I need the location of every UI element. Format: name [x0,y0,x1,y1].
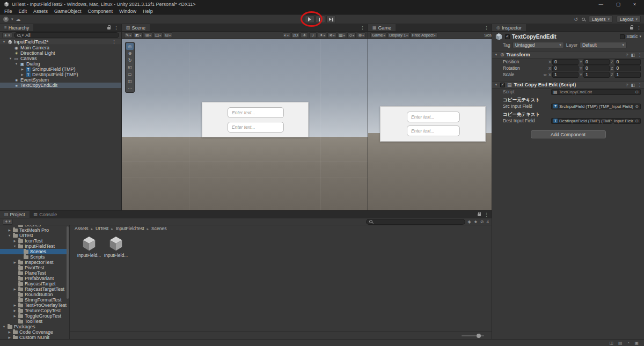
axis-value-field[interactable]: 1 [552,72,579,78]
layout-dropdown[interactable]: Layout ▾ [617,16,641,23]
help-icon[interactable]: ? [626,53,628,57]
expand-arrow-icon[interactable]: ▶ [13,309,17,312]
tab-game[interactable]: ▦ Game [368,24,396,31]
object-picker-icon[interactable]: ⊙ [635,119,639,123]
thumbnail-zoom-slider[interactable] [462,335,484,336]
expand-arrow-icon[interactable]: ▼ [2,40,6,43]
hierarchy-item[interactable]: Main Camera [0,45,121,50]
hierarchy-search-input[interactable] [25,33,116,38]
src-input-field[interactable]: Enter text... [407,112,460,122]
favorite-search-icon[interactable]: ★ [474,219,478,224]
link-scale-icon[interactable]: ∞ [543,72,547,77]
preset-icon[interactable]: ◧ [631,53,635,57]
asset-item[interactable]: InputField... [104,235,128,258]
maximize-icon[interactable]: ▢ [616,2,620,7]
scene-menu-icon[interactable]: ⋮ [112,39,116,45]
breadcrumb-item[interactable]: InputFieldTest [116,226,151,231]
expand-arrow-icon[interactable]: ▼ [13,245,17,248]
project-folder-row[interactable]: Scripts [0,254,69,260]
global-search-icon[interactable] [582,18,585,21]
project-folder-row[interactable]: ▶ TextureCopyTest [0,308,69,313]
project-search-input[interactable] [374,219,462,224]
panel-menu-icon[interactable]: ⋮ [114,25,119,31]
component-menu-icon[interactable]: ⋮ [638,53,642,57]
expand-arrow-icon[interactable]: ▶ [8,330,11,334]
scale-tool[interactable]: ◱ [126,64,134,71]
static-caret-icon[interactable]: ▾ [639,34,641,39]
breadcrumb-item[interactable]: Assets [75,226,96,231]
menu-item[interactable]: GameObject [51,9,85,14]
slider-thumb[interactable] [477,334,481,338]
expand-arrow-icon[interactable]: ▼ [8,234,11,237]
hierarchy-item[interactable]: TextCopyEndEdit [0,83,121,88]
expand-arrow-icon[interactable]: ▶ [13,239,17,242]
axis-value-field[interactable]: 0 [583,59,610,65]
project-folder-row[interactable]: ▶ InspectorTest [0,260,69,265]
game-mode-dropdown[interactable]: Game [370,32,386,38]
cloud-services-icon[interactable]: ☁ [16,17,21,22]
aspect-dropdown[interactable]: Free Aspect [411,32,437,38]
project-folder-row[interactable]: ▶ RaycastTargetTest [0,286,69,292]
view-tool[interactable]: ◎ [126,43,134,50]
lock-icon[interactable] [630,27,633,30]
expand-arrow-icon[interactable]: ▶ [13,261,17,264]
pivot-toggle-icon[interactable]: ◩ [134,32,143,38]
static-checkbox[interactable] [620,34,625,39]
tab-hierarchy[interactable]: ≡ Hierarchy [0,24,33,31]
project-folder-row[interactable]: StringFormatTest [0,297,69,303]
tab-project[interactable]: ▤ Project [0,211,30,218]
menu-item[interactable]: Edit [16,9,31,14]
transform-component-header[interactable]: ▼ ⊕ Transform ? ◧ ⋮ [492,51,644,58]
scene-header-row[interactable]: ▼ InputFieldTest2* ⋮ [0,39,121,45]
hierarchy-item[interactable]: EventSystem [0,77,121,83]
effects-toggle-icon[interactable]: ✦ [318,32,326,38]
gizmos-menu-button[interactable]: ⊚ [357,32,365,38]
code-coverage-icon[interactable]: ▤ [618,341,623,345]
rotate-tool[interactable]: ↻ [126,57,134,64]
expand-arrow-icon[interactable]: ▶ [20,68,24,71]
cache-server-icon[interactable]: ◫ [609,341,613,345]
src-object-field[interactable]: T SrcInputField (TMP) (TMP_Input Field) … [551,104,641,109]
grid-snap-icon[interactable]: ⊞ [144,32,152,38]
project-folder-row[interactable]: ▶ Custom NUnit [0,335,69,339]
rect-tool[interactable]: ▭ [126,71,134,78]
src-input-field[interactable]: Enter text... [228,107,284,118]
project-folder-row[interactable]: PivotTest [0,265,69,270]
project-folder-row[interactable]: ▶ TextProOverlayTest [0,303,69,308]
tag-dropdown[interactable]: Untagged ▾ [513,42,564,48]
account-icon[interactable] [3,17,9,22]
layers-dropdown[interactable]: Layers ▾ [589,16,613,23]
axis-value-field[interactable]: 0 [614,59,641,65]
audio-toggle-icon[interactable]: ♪ [309,32,317,38]
create-asset-button[interactable]: + ▾ [3,219,13,225]
project-folder-row[interactable]: ▶ IconTest [0,238,69,244]
expand-arrow-icon[interactable]: ▼ [2,325,6,328]
tree-scrollbar[interactable] [67,226,69,299]
project-folder-row[interactable]: PlaneTest [0,270,69,276]
tool-settings-icon[interactable]: ✎ [124,32,133,38]
hierarchy-item[interactable]: Directional Light [0,50,121,56]
breadcrumb-item[interactable]: UITest [96,226,116,231]
tab-scene[interactable]: ▧ Scene [122,24,150,31]
axis-value-field[interactable]: 0 [583,65,610,71]
snap-settings-icon[interactable]: ⊟ [164,32,172,38]
object-picker-icon[interactable]: ⊙ [635,104,639,109]
breadcrumb-item[interactable]: Scenes [151,226,166,231]
undo-history-icon[interactable]: ↺ [574,17,578,22]
script-object-field[interactable]: ▤ TextCopyEndEdit ⊙ [551,89,641,95]
menu-item[interactable]: Assets [30,9,51,14]
display-dropdown[interactable]: Display 1 [387,32,409,38]
panel-menu-icon[interactable]: ⋮ [484,212,489,217]
axis-value-field[interactable]: 0 [552,59,579,65]
hierarchy-search[interactable]: ▾ [14,32,119,38]
expand-arrow-icon[interactable]: ▶ [13,304,17,307]
panel-menu-icon[interactable]: ⋮ [636,25,641,31]
console-status-icon[interactable]: ▣ [634,341,639,345]
preset-icon[interactable]: ◧ [631,83,635,87]
search-by-type-icon[interactable]: ◈ [468,219,471,224]
hierarchy-item[interactable]: ▶ SrcInputField (TMP) [0,67,121,72]
hidden-objects-icon[interactable]: ≋ [327,32,336,38]
project-folder-row[interactable]: ▼ UITest [0,233,69,238]
dest-object-field[interactable]: T DestInputField (TMP) (TMP_Input Field)… [551,118,641,124]
asset-item[interactable]: InputField... [77,235,101,258]
